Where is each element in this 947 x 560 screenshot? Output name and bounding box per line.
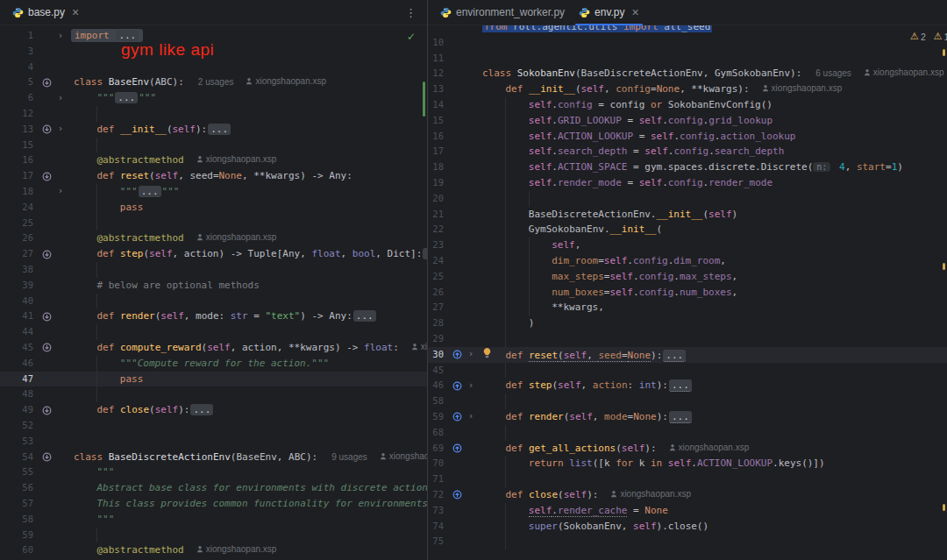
code-text[interactable] <box>67 434 427 450</box>
code-line[interactable]: 46›def step(self, action: int):... <box>428 378 947 393</box>
author-annotation[interactable]: xiongshaopan.xsp <box>669 443 750 452</box>
code-text[interactable]: def reset(self, seed=None, **kwargs) -> … <box>67 168 427 184</box>
override-marker-icon[interactable] <box>449 487 465 503</box>
code-text[interactable]: def close(self):xiongshaopan.xsp <box>477 487 947 503</box>
line-number[interactable]: 6 <box>0 90 39 106</box>
code-line[interactable]: 46"""Compute reward for the action.""" <box>0 356 427 372</box>
code-text[interactable] <box>477 331 947 347</box>
code-line[interactable]: 17self.search_depth = self.config.search… <box>428 144 947 159</box>
code-line[interactable]: 58""" <box>0 512 427 528</box>
fold-chevron-icon[interactable]: › <box>465 378 477 393</box>
implemented-marker-icon[interactable] <box>39 246 54 262</box>
folded-code[interactable]: ... <box>663 350 686 362</box>
code-line[interactable]: 4 <box>0 60 427 75</box>
line-number[interactable]: 41 <box>0 308 39 324</box>
line-number[interactable]: 45 <box>428 363 449 379</box>
code-line[interactable]: 45 <box>428 363 947 379</box>
code-text[interactable]: pass <box>67 372 427 387</box>
code-line[interactable]: 73self.render_cache = None <box>428 503 947 519</box>
line-number[interactable]: 38 <box>0 262 39 278</box>
tab-close-icon[interactable]: × <box>632 6 639 18</box>
fold-chevron-icon[interactable]: › <box>54 28 67 44</box>
folded-code[interactable]: ... <box>139 186 161 197</box>
code-line[interactable]: 70return list([k for k in self.ACTION_LO… <box>428 456 947 471</box>
code-line[interactable]: 30›def reset(self, seed=None):... <box>428 347 947 363</box>
code-line[interactable]: 56Abstract base class for environments w… <box>0 480 427 496</box>
code-text[interactable]: BaseDiscreteActionEnv.__init__(self) <box>477 207 947 223</box>
code-text[interactable]: def reset(self, seed=None):... <box>477 347 947 363</box>
usages-annotation[interactable]: 9 usages <box>331 452 367 462</box>
folded-code[interactable]: ... <box>669 411 692 423</box>
code-line[interactable]: 16@abstractmethodxiongshaopan.xsp <box>0 152 427 168</box>
implemented-marker-icon[interactable] <box>39 402 54 418</box>
line-number[interactable]: 24 <box>0 200 39 216</box>
code-text[interactable] <box>67 386 427 402</box>
inspections-ok-icon[interactable]: ✓ <box>407 31 416 43</box>
line-number[interactable]: 4 <box>0 60 39 75</box>
usages-annotation[interactable]: 2 usages <box>198 77 234 87</box>
code-text[interactable]: class BaseDiscreteActionEnv(BaseEnv, ABC… <box>67 450 427 465</box>
line-number[interactable]: 52 <box>0 418 39 434</box>
code-line[interactable]: 24dim_room=self.config.dim_room, <box>428 253 947 269</box>
line-number[interactable]: 48 <box>0 386 39 402</box>
implemented-marker-icon[interactable] <box>39 168 54 184</box>
code-line[interactable]: 28) <box>428 315 947 331</box>
line-number[interactable]: 58 <box>428 393 449 409</box>
code-line[interactable]: 13def __init__(self, config=None, **kwar… <box>428 82 947 97</box>
line-number[interactable]: 46 <box>428 378 449 393</box>
code-text[interactable] <box>67 216 427 231</box>
code-line[interactable]: 59 <box>0 528 427 543</box>
code-line[interactable]: 15self.GRID_LOOKUP = self.config.grid_lo… <box>428 113 947 129</box>
code-text[interactable]: def step(self, action) -> Tuple[Any, flo… <box>67 246 427 262</box>
line-number[interactable]: 39 <box>0 278 39 294</box>
code-text[interactable]: Abstract base class for environments wit… <box>67 480 427 496</box>
code-text[interactable]: """...""" <box>67 184 427 200</box>
code-text[interactable]: # below are optional methods <box>67 278 427 294</box>
line-number[interactable]: 54 <box>0 450 39 465</box>
code-text[interactable]: return list([k for k in self.ACTION_LOOK… <box>477 456 947 471</box>
code-text[interactable]: class SokobanEnv(BaseDiscreteActionEnv, … <box>477 66 947 82</box>
line-number[interactable]: 26 <box>0 230 39 246</box>
line-number[interactable]: 17 <box>428 144 449 159</box>
code-line[interactable]: 58 <box>428 393 947 409</box>
fold-chevron-icon[interactable]: › <box>54 184 67 200</box>
code-text[interactable]: def compute_reward(self, action, **kwarg… <box>67 340 427 356</box>
code-line[interactable]: 40 <box>0 294 427 309</box>
line-number[interactable]: 19 <box>428 175 449 191</box>
line-number[interactable]: 25 <box>0 216 39 231</box>
right-scrollbar[interactable] <box>940 0 947 560</box>
author-annotation[interactable]: xiongshaopan.xsp <box>246 76 326 86</box>
code-line[interactable]: 49def close(self):... <box>0 402 427 418</box>
folded-code[interactable]: ... <box>353 310 376 322</box>
code-line[interactable]: 54class BaseDiscreteActionEnv(BaseEnv, A… <box>0 450 427 465</box>
code-line[interactable]: 23self, <box>428 237 947 253</box>
code-line[interactable]: 17def reset(self, seed=None, **kwargs) -… <box>0 168 427 184</box>
code-text[interactable]: num_boxes=self.config.num_boxes, <box>477 285 947 301</box>
line-number[interactable]: 12 <box>0 106 39 122</box>
line-number[interactable]: 68 <box>428 425 449 441</box>
line-number[interactable]: 17 <box>0 168 39 184</box>
code-line[interactable]: 12class SokobanEnv(BaseDiscreteActionEnv… <box>428 66 947 82</box>
code-line[interactable]: 13›def __init__(self):... <box>0 122 427 138</box>
line-number[interactable]: 53 <box>0 434 39 450</box>
line-number[interactable]: 47 <box>0 372 39 387</box>
code-text[interactable] <box>477 363 947 379</box>
code-text[interactable]: @abstractmethodxiongshaopan.xsp <box>67 542 427 558</box>
code-text[interactable] <box>67 60 427 75</box>
code-text[interactable]: self.render_cache = None <box>477 503 947 519</box>
line-number[interactable]: 55 <box>0 464 39 480</box>
code-text[interactable]: ) <box>477 315 947 331</box>
code-text[interactable] <box>477 35 947 51</box>
tab-close-icon[interactable]: × <box>72 6 79 18</box>
author-annotation[interactable]: xiongshaopan.xsp <box>762 83 843 93</box>
code-line[interactable]: 74super(SokobanEnv, self).close() <box>428 519 947 535</box>
code-text[interactable]: GymSokobanEnv.__init__( <box>477 222 947 237</box>
code-text[interactable] <box>67 418 427 434</box>
override-marker-icon[interactable] <box>449 378 465 393</box>
code-line[interactable]: 44 <box>0 324 427 340</box>
code-text[interactable] <box>67 106 427 122</box>
code-line[interactable]: 14self.config = config or SokobanEnvConf… <box>428 97 947 113</box>
line-number[interactable]: 58 <box>0 512 39 528</box>
line-number[interactable]: 25 <box>428 269 449 285</box>
code-text[interactable] <box>67 528 427 543</box>
